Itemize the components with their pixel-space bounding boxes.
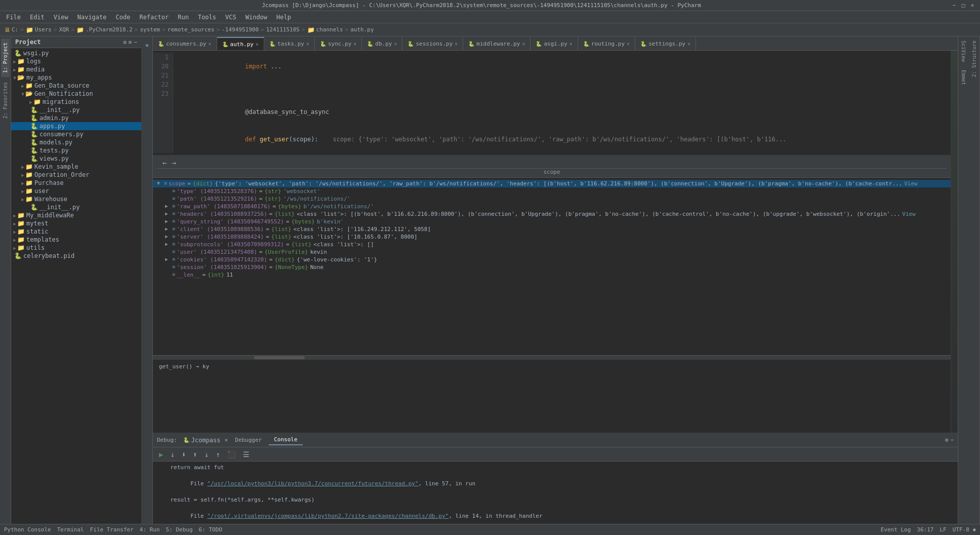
tab-middleware[interactable]: 🐍 middleware.py ×	[463, 37, 530, 50]
tab-favorites[interactable]: 2: Favorites	[1, 78, 10, 123]
menu-help[interactable]: Help	[272, 13, 295, 22]
tree-item-my-apps[interactable]: ▼📂my_apps	[11, 73, 141, 82]
tab-asgi[interactable]: 🐍 asgi.py ×	[530, 37, 578, 50]
breadcrumb-users[interactable]: 📁 Users	[26, 26, 52, 33]
tasks-tab-close[interactable]: ×	[306, 41, 309, 47]
asgi-tab-close[interactable]: ×	[569, 41, 573, 47]
var-row-len[interactable]: ≡ __len__ = {int} 11	[153, 271, 951, 279]
var-row-path[interactable]: ≡ 'path' (140351213529216) = {str} '/ws/…	[153, 195, 951, 203]
cookies-arrow[interactable]: ▶	[165, 256, 172, 262]
breadcrumb-id2[interactable]: 1241115105	[266, 26, 300, 33]
tree-item-operation-order[interactable]: ▶📁Operation_Order	[11, 171, 141, 179]
tab-db[interactable]: 🐍 db.py ×	[362, 37, 402, 50]
status-todo[interactable]: 6: TODO	[199, 526, 222, 533]
server-arrow[interactable]: ▶	[165, 234, 172, 239]
ctrl-step-into[interactable]: ⬇	[180, 449, 188, 460]
status-python-console[interactable]: Python Console	[4, 526, 51, 533]
tab-routing[interactable]: 🐍 routing.py ×	[578, 37, 635, 50]
breadcrumb-drive[interactable]: 🖥 C:	[4, 26, 18, 33]
ctrl-stop[interactable]: ⬛	[225, 449, 238, 460]
menu-refactor[interactable]: Refactor	[135, 13, 173, 22]
tab-structure[interactable]: 2: Structure	[970, 36, 978, 81]
code-text[interactable]: import ... @database_sync_to_async def g…	[173, 53, 951, 153]
var-row-subprotocols[interactable]: ▶ ≡ 'subprotocols' (140350709899312) = {…	[153, 241, 951, 248]
status-run[interactable]: 4: Run	[140, 526, 160, 533]
menu-vcs[interactable]: VCS	[221, 13, 240, 22]
minimize-button[interactable]: −	[951, 2, 958, 9]
menu-window[interactable]: Window	[241, 13, 271, 22]
ctrl-step-out[interactable]: ⬆	[191, 449, 199, 460]
scope-expand-arrow[interactable]: ▼	[157, 180, 164, 186]
ctrl-up[interactable]: ↑	[214, 449, 222, 460]
settings-tab-close[interactable]: ×	[687, 41, 690, 47]
debug-settings-icon[interactable]: ⚙	[945, 437, 949, 443]
tree-item-my-middleware[interactable]: ▶📁My_middlewaRe	[11, 211, 141, 219]
var-row-type[interactable]: ≡ 'type' (140351213528376) = {str} 'webs…	[153, 187, 951, 195]
debug-tool-forward[interactable]: →	[170, 159, 177, 167]
status-line-sep[interactable]: LF	[940, 526, 946, 533]
tree-item-tests-py[interactable]: 🐍tests.py	[11, 146, 141, 155]
close-button[interactable]: ×	[969, 2, 976, 9]
query-arrow[interactable]: ▶	[165, 218, 172, 224]
tab-emmet[interactable]: Emmet	[959, 66, 968, 89]
tree-item-views-py[interactable]: 🐍views.py	[11, 155, 141, 163]
menu-view[interactable]: View	[50, 13, 72, 22]
subprotocols-arrow[interactable]: ▶	[165, 241, 172, 247]
breadcrumb-channels[interactable]: 📁 channels	[307, 26, 343, 33]
menu-file[interactable]: File	[2, 13, 25, 22]
ctrl-list[interactable]: ☰	[241, 449, 252, 460]
tree-item-apps-py[interactable]: 🐍apps.py	[11, 122, 141, 130]
breadcrumb-remote[interactable]: remote_sources	[168, 26, 215, 33]
var-row-scope[interactable]: ▼ ≡ scope = {dict} {'type': 'websocket',…	[153, 180, 951, 187]
menu-navigate[interactable]: Navigate	[73, 13, 111, 22]
ctrl-arrow-down[interactable]: ↓	[168, 449, 176, 460]
breadcrumb-id1[interactable]: -1494951900	[222, 26, 259, 33]
client-arrow[interactable]: ▶	[165, 226, 172, 232]
ctrl-restart[interactable]: ▶	[157, 449, 165, 460]
tab-sync[interactable]: 🐍 sync.py ×	[315, 37, 362, 50]
raw-path-arrow[interactable]: ▶	[165, 203, 172, 209]
breadcrumb-auth[interactable]: auth.py	[350, 26, 374, 33]
tree-item-consumers-py[interactable]: 🐍consumers.py	[11, 130, 141, 138]
tree-item---init---py[interactable]: 🐍__init__.py	[11, 106, 141, 114]
tab-project[interactable]: 1: Project	[1, 39, 10, 77]
tree-item-warehouse[interactable]: ▶📁Warehouse	[11, 195, 141, 203]
tab-auth[interactable]: 🐍 auth.py ×	[217, 37, 264, 50]
tree-item-wsgi-py[interactable]: 🐍wsgi.py	[11, 49, 141, 57]
menu-code[interactable]: Code	[112, 13, 135, 22]
sessions-tab-close[interactable]: ×	[455, 41, 458, 47]
var-row-raw-path[interactable]: ▶ ≡ 'raw_path' (140350710840176) = {byte…	[153, 203, 951, 210]
routing-tab-close[interactable]: ×	[627, 41, 630, 47]
tree-item-celerybeat-pid[interactable]: 🐍celerybeat.pid	[11, 252, 141, 260]
var-row-client[interactable]: ▶ ≡ 'client' (140351089888536) = {list} …	[153, 225, 951, 233]
tab-tasks[interactable]: 🐍 tasks.py ×	[264, 37, 315, 50]
headers-arrow[interactable]: ▶	[165, 211, 172, 216]
status-position[interactable]: 36:17	[917, 526, 933, 533]
scope-view-link[interactable]: View	[904, 180, 918, 187]
debugger-tab[interactable]: Debugger	[230, 435, 267, 445]
status-event-log[interactable]: Event Log	[881, 526, 911, 533]
var-row-query[interactable]: ▶ ≡ 'query_string' (140350946749552) = {…	[153, 218, 951, 225]
var-row-session[interactable]: ≡ 'session' (140351025913904) = {NoneTyp…	[153, 263, 951, 271]
var-row-server[interactable]: ▶ ≡ 'server' (140351089888424) = {list} …	[153, 233, 951, 241]
status-debug[interactable]: 5: Debug	[166, 526, 193, 533]
console-tab[interactable]: Console	[269, 435, 302, 445]
tab-sciview[interactable]: SciView	[959, 36, 968, 66]
favorites-star-icon[interactable]: ★	[143, 39, 151, 51]
tree-item-media[interactable]: ▶📁media	[11, 65, 141, 73]
tab-sessions[interactable]: 🐍 sessions.py ×	[402, 37, 463, 50]
breadcrumb-pycharm[interactable]: 📁 .PyCharm2018.2	[76, 26, 133, 33]
auth-tab-close[interactable]: ×	[256, 42, 259, 47]
tree-item---init---py[interactable]: 🐍__init__.py	[11, 203, 141, 211]
tree-item-kevin-sample[interactable]: ▶📁Kevin_sample	[11, 163, 141, 171]
consumers-tab-close[interactable]: ×	[208, 41, 211, 47]
tab-consumers[interactable]: 🐍 consumers.py ×	[153, 37, 217, 50]
tree-item-utils[interactable]: ▶📁utils	[11, 244, 141, 252]
session-close[interactable]: ×	[225, 437, 228, 443]
var-row-headers[interactable]: ▶ ≡ 'headers' (140351088937256) = {list}…	[153, 210, 951, 218]
middleware-tab-close[interactable]: ×	[522, 41, 525, 47]
tree-item-user[interactable]: ▶📁user	[11, 187, 141, 195]
menu-run[interactable]: Run	[174, 13, 193, 22]
ctrl-down2[interactable]: ↓	[202, 449, 211, 460]
project-settings-icon[interactable]: ⚙	[123, 39, 127, 46]
